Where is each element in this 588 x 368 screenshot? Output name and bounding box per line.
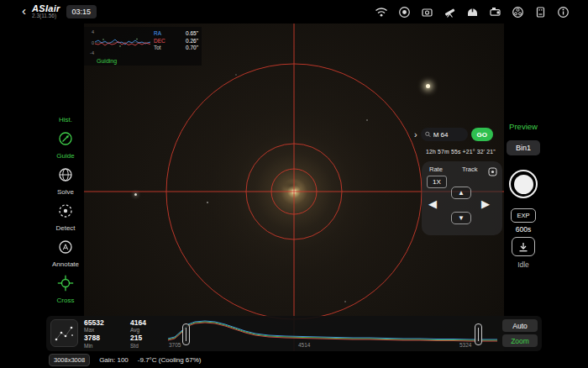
search-icon — [425, 131, 431, 138]
annotate-icon — [57, 239, 74, 259]
stat-std-value: 215 — [130, 334, 171, 342]
sidebar-item-histogram[interactable]: Hist. — [59, 116, 72, 124]
stat-min-label: Min — [84, 343, 125, 349]
shutter-inner-circle — [514, 175, 533, 194]
go-button[interactable]: GO — [471, 128, 493, 141]
exposure-button[interactable]: EXP — [511, 208, 536, 223]
tot-label: Tot — [154, 45, 161, 50]
guiding-status-label: Guiding — [97, 58, 117, 64]
focuser-icon[interactable] — [489, 6, 501, 18]
guide-camera-icon[interactable] — [421, 6, 433, 18]
target-input[interactable] — [433, 131, 464, 139]
guiding-error-values: RA0.65" DEC0.26" Tot0.70" — [150, 29, 198, 64]
slew-up-button[interactable]: ▲ — [451, 187, 471, 199]
starmap-thumbnail[interactable] — [50, 319, 78, 347]
stat-std-label: Std — [130, 343, 171, 349]
guiding-axis-labels: 4 0 -4 — [87, 29, 95, 64]
target-search-box[interactable] — [421, 128, 468, 141]
top-bar: ‹ ASIair 2.3(11.56) 03:15 — [0, 0, 588, 24]
ra-value: 0.65" — [186, 30, 198, 36]
slew-left-button[interactable]: ◀ — [428, 198, 437, 209]
black-level-handle[interactable] — [182, 323, 190, 345]
detect-stars-icon — [57, 202, 74, 223]
dec-label: DEC — [154, 38, 165, 44]
clock-badge[interactable]: 03:15 — [66, 5, 97, 18]
tot-value: 0.70" — [186, 45, 198, 50]
histogram-tick-right: 5324 — [459, 342, 471, 348]
back-icon[interactable]: ‹ — [22, 4, 26, 17]
stat-avg-label: Avg — [130, 327, 171, 333]
filter-wheel-icon[interactable] — [512, 6, 524, 18]
stat-avg-value: 4164 — [130, 319, 171, 327]
white-level-handle[interactable] — [475, 323, 482, 345]
mode-selector-preview[interactable]: Preview — [503, 122, 543, 131]
sidebar-item-annotate[interactable]: Annotate — [52, 239, 79, 268]
capture-status: Idle — [503, 260, 543, 269]
main-camera-icon[interactable] — [398, 6, 411, 18]
histogram-curve — [168, 318, 497, 343]
app-logo: ASIair 2.3(11.56) — [32, 4, 60, 19]
stat-max-label: Max — [84, 327, 125, 333]
sidebar-item-cross[interactable]: Cross — [57, 275, 75, 304]
rate-label: Rate — [429, 166, 443, 173]
stat-max-value: 65532 — [84, 319, 125, 327]
ra-label: RA — [154, 30, 161, 36]
histogram-stats: 65532Max 4164Avg 3788Min 215Std — [84, 319, 171, 350]
asiair-app: ‹ ASIair 2.3(11.56) 03:15 — [0, 0, 588, 368]
collapse-panel-icon[interactable]: › — [414, 130, 417, 139]
telescope-icon[interactable] — [444, 6, 456, 18]
save-download-button[interactable] — [512, 237, 535, 256]
auto-stretch-button[interactable]: Auto — [502, 319, 538, 332]
slew-right-button[interactable]: ▶ — [481, 198, 490, 209]
track-toggle-icon[interactable] — [488, 165, 497, 180]
sidebar-item-guide[interactable]: Guide — [56, 130, 74, 160]
bottom-status-bar: 3008x3008 Gain: 100 -9.7°C (Cooling 67%) — [0, 351, 588, 368]
track-label: Track — [462, 166, 477, 173]
download-icon — [517, 241, 529, 253]
gain-readout: Gain: 100 — [99, 356, 129, 364]
histogram-tick-mid: 4514 — [298, 342, 310, 348]
guiding-graph-panel[interactable]: 4 0 -4 RA0.65" DEC0.26" Tot0.70" Guiding — [84, 27, 202, 66]
stat-min-value: 3788 — [84, 334, 125, 342]
goto-search-row: › GO — [414, 128, 493, 141]
guiding-graph — [95, 29, 150, 55]
sidebar-item-solve[interactable]: Solve — [57, 166, 74, 196]
constellation-icon — [54, 323, 76, 344]
exposure-value: 600s — [507, 225, 539, 234]
histogram-tick-left: 3705 — [169, 342, 181, 348]
left-toolbar: Hist. Guide Solve — [47, 116, 84, 304]
shutter-button[interactable] — [509, 170, 538, 198]
info-icon[interactable] — [557, 6, 570, 18]
resolution-badge: 3008x3008 — [49, 354, 90, 366]
binning-button[interactable]: Bin1 — [507, 140, 540, 155]
mount-control-panel: Rate Track 1X ▲ ◀ ▶ ▼ — [422, 161, 502, 235]
plate-solve-icon — [57, 166, 74, 187]
sidebar-item-detect[interactable]: Detect — [55, 202, 75, 232]
app-version: 2.3(11.56) — [32, 13, 60, 19]
crosshair-icon — [57, 275, 74, 295]
target-coordinates: 12h 57m 55s +21° 32' 21" — [426, 149, 501, 155]
temperature-readout: -9.7°C (Cooling 67%) — [138, 356, 202, 364]
rate-select[interactable]: 1X — [427, 176, 447, 188]
dec-value: 0.26" — [186, 38, 198, 44]
slew-down-button[interactable]: ▼ — [451, 212, 471, 224]
usb-hub-icon[interactable] — [534, 6, 547, 18]
wifi-icon[interactable] — [375, 7, 388, 17]
dome-icon[interactable] — [466, 6, 479, 18]
histogram-bar: 65532Max 4164Avg 3788Min 215Std 3705 451… — [46, 316, 542, 351]
zoom-button[interactable]: Zoom — [502, 334, 538, 347]
guide-icon — [57, 130, 74, 150]
